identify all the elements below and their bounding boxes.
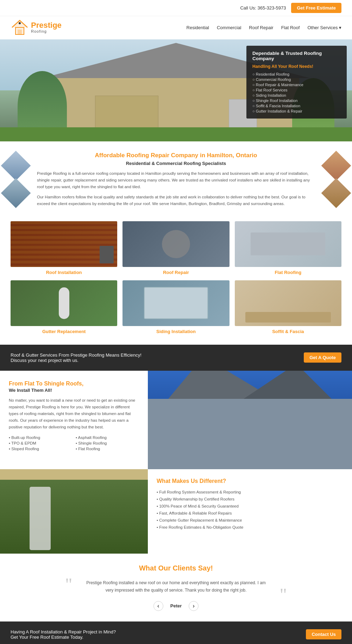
hero-subtitle: Handling All Your Roof Needs! [252,64,341,69]
hero-section: Dependable & Trusted Roofing Company Han… [0,39,352,141]
hero-overlay: Dependable & Trusted Roofing Company Han… [246,46,347,119]
about-diamond-left-1 [1,151,31,181]
logo: Prestige Roofing [11,19,62,36]
diff-point-2: • Quality Workmanship by Certified Roofe… [157,496,343,503]
footer-cta-line1: Having A Roof Installation & Repair Proj… [11,629,116,635]
hero-service-7: ○ Soffit & Fascia Installation [252,103,341,108]
different-heading: What Makes Us Different? [157,478,343,484]
footer-cta-banner: Having A Roof Installation & Repair Proj… [0,621,352,644]
service-card-soffit[interactable]: Soffit & Fascia [235,280,341,334]
nav-commercial[interactable]: Commercial [217,25,241,30]
service-built-up: • Built-up Roofing [9,435,72,440]
hero-service-1: ○ Residential Roofing [252,71,341,77]
testimonial-nav: ‹ Peter › [11,601,341,611]
nav-other-services[interactable]: Other Services ▾ [307,25,341,30]
service-label-siding: Siding Installation [156,329,196,334]
quote-mark-right: " [280,584,287,605]
hero-service-5: ○ Siding Installation [252,93,341,98]
logo-sub: Roofing [31,29,62,33]
cta-text-line1: Roof & Gutter Services From Prestige Roo… [11,352,142,358]
svg-rect-2 [18,30,22,34]
logo-text: Prestige [31,21,62,29]
about-diamond-right-2 [321,178,351,208]
service-card-roof-installation[interactable]: Roof Installation [11,221,117,275]
about-heading: Affordable Roofing Repair Company in Ham… [37,152,315,159]
nav-residential[interactable]: Residential [187,25,209,30]
hero-service-4: ○ Flat Roof Services [252,87,341,93]
flat-shingle-heading: From Flat To Shingle Roofs, [9,381,139,387]
get-a-quote-button[interactable]: Get A Quote [304,352,341,363]
about-diamond-right-1 [321,151,351,181]
diff-point-1: • Full Roofing System Assessment & Repor… [157,489,343,496]
service-label-soffit: Soffit & Fascia [272,329,304,334]
service-tpo: • TPO & EPDM [9,440,72,446]
testimonial-prev-button[interactable]: ‹ [153,601,163,611]
hero-services-list: ○ Residential Roofing ○ Commercial Roofi… [252,71,341,114]
flat-shingle-image [148,371,352,469]
svg-point-3 [19,22,21,24]
phone-number: Call Us: 365-323-5973 [240,5,286,11]
service-label-gutter: Gutter Replacement [42,329,86,334]
about-para2: Our Hamilton roofers follow the local qu… [37,194,315,207]
service-label-roof-repair: Roof Repair [163,270,189,275]
testimonial-heading: What Our Clients Say! [11,564,341,572]
logo-icon [11,19,29,36]
testimonial-quote: Prestige Roofing installed a new roof on… [67,579,285,594]
get-free-estimate-button[interactable]: Get Free Estimate [291,3,341,13]
hero-service-6: ○ Shingle Roof Installation [252,98,341,103]
flat-shingle-para: No matter, you want to install a new roo… [9,397,139,431]
top-bar: Call Us: 365-323-5973 Get Free Estimate [0,0,352,16]
different-image [0,469,148,554]
nav-links: Residential Commercial Roof Repair Flat … [187,25,341,30]
services-section: Roof Installation Roof Repair Flat Roofi… [0,218,352,345]
service-card-siding[interactable]: Siding Installation [122,280,229,334]
diff-point-3: • 100% Peace of Mind & Security Guarante… [157,503,343,510]
hero-service-3: ○ Roof Repair & Maintenance [252,82,341,87]
cta-text-line2: Discuss your next project with us. [11,358,142,363]
service-card-flat-roofing[interactable]: Flat Roofing [235,221,341,275]
hero-title: Dependable & Trusted Roofing Company [252,51,341,61]
service-label-flat-roofing: Flat Roofing [275,270,301,275]
about-subheading: Residential & Commercial Roofing Special… [37,161,315,166]
different-section: What Makes Us Different? • Full Roofing … [0,469,352,554]
flat-shingle-subheading: We Install Them All! [9,388,139,393]
contact-us-button[interactable]: Contact Us [306,629,341,639]
footer-cta-line2: Get Your Free Roof Estimate Today. [11,635,116,640]
about-content: Affordable Roofing Repair Company in Ham… [32,152,320,207]
about-section: Affordable Roofing Repair Company in Ham… [0,141,352,218]
about-diamond-left-2 [1,178,31,208]
service-card-gutter[interactable]: Gutter Replacement [11,280,117,334]
nav-roof-repair[interactable]: Roof Repair [249,25,273,30]
testimonial-section: What Our Clients Say! " Prestige Roofing… [0,554,352,621]
service-shingle: • Shingle Roofing [76,440,139,446]
quote-mark-left: " [65,574,72,594]
hero-service-8: ○ Gutter Installation & Repair [252,108,341,114]
diff-point-4: • Fast, Affordable & Reliable Roof Repai… [157,510,343,517]
testimonial-next-button[interactable]: › [189,601,199,611]
about-para1: Prestige Roofing is a full-service roofi… [37,170,315,190]
service-sloped: • Sloped Roofing [9,446,72,452]
nav-flat-roof[interactable]: Flat Roof [281,25,300,30]
testimonial-author: Peter [170,603,182,608]
diff-point-5: • Complete Gutter Replacement & Maintena… [157,517,343,524]
hero-service-2: ○ Commercial Roofing [252,77,341,82]
service-card-roof-repair[interactable]: Roof Repair [122,221,229,275]
service-flat: • Flat Roofing [76,446,139,452]
service-label-roof-installation: Roof Installation [46,270,82,275]
flat-shingle-section: From Flat To Shingle Roofs, We Install T… [0,371,352,469]
cta-dark-banner: Roof & Gutter Services From Prestige Roo… [0,345,352,371]
nav-bar: Prestige Roofing Residential Commercial … [0,16,352,39]
diff-point-6: • Free Roofing Estimates & No-Obligation… [157,524,343,531]
service-asphalt: • Asphalt Roofing [76,435,139,440]
